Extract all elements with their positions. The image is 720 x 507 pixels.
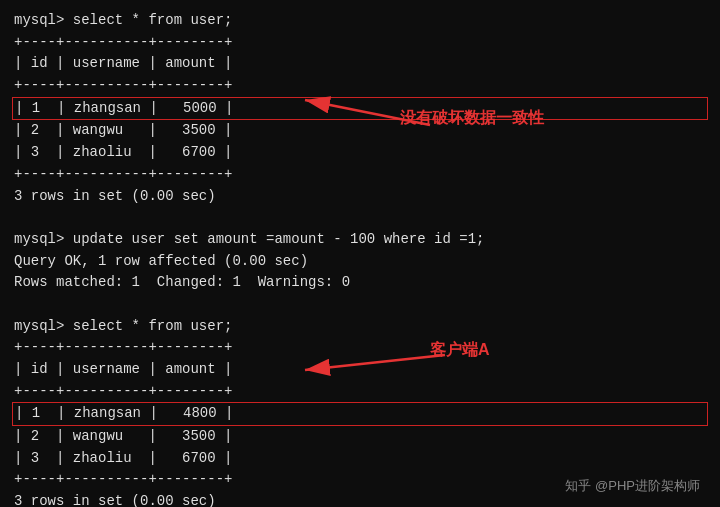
cmd-line-1: mysql> select * from user; xyxy=(14,10,706,32)
table-row-highlighted-1: | 1 | zhangsan | 5000 | xyxy=(12,97,708,121)
blank-2 xyxy=(14,294,706,316)
table-row-2: | 2 | wangwu | 3500 | xyxy=(14,120,706,142)
table-border-1: +----+----------+--------+ xyxy=(14,32,706,54)
table-row-6: | 3 | zhaoliu | 6700 | xyxy=(14,448,706,470)
result-info-1: 3 rows in set (0.00 sec) xyxy=(14,186,706,208)
table-header-2: | id | username | amount | xyxy=(14,359,706,381)
table-row-3: | 3 | zhaoliu | 6700 | xyxy=(14,142,706,164)
blank-1 xyxy=(14,207,706,229)
table-border-6: +----+----------+--------+ xyxy=(14,469,706,491)
table-border-5: +----+----------+--------+ xyxy=(14,381,706,403)
table-row-5: | 2 | wangwu | 3500 | xyxy=(14,426,706,448)
terminal-window: mysql> select * from user; +----+-------… xyxy=(0,0,720,507)
cmd-line-3: mysql> select * from user; xyxy=(14,316,706,338)
table-border-4: +----+----------+--------+ xyxy=(14,337,706,359)
result-info-4: 3 rows in set (0.00 sec) xyxy=(14,491,706,507)
result-info-2: Query OK, 1 row affected (0.00 sec) xyxy=(14,251,706,273)
table-border-2: +----+----------+--------+ xyxy=(14,75,706,97)
result-info-3: Rows matched: 1 Changed: 1 Warnings: 0 xyxy=(14,272,706,294)
table-row-highlighted-2: | 1 | zhangsan | 4800 | xyxy=(12,402,708,426)
table-header-1: | id | username | amount | xyxy=(14,53,706,75)
cmd-line-2: mysql> update user set amount =amount - … xyxy=(14,229,706,251)
table-border-3: +----+----------+--------+ xyxy=(14,164,706,186)
